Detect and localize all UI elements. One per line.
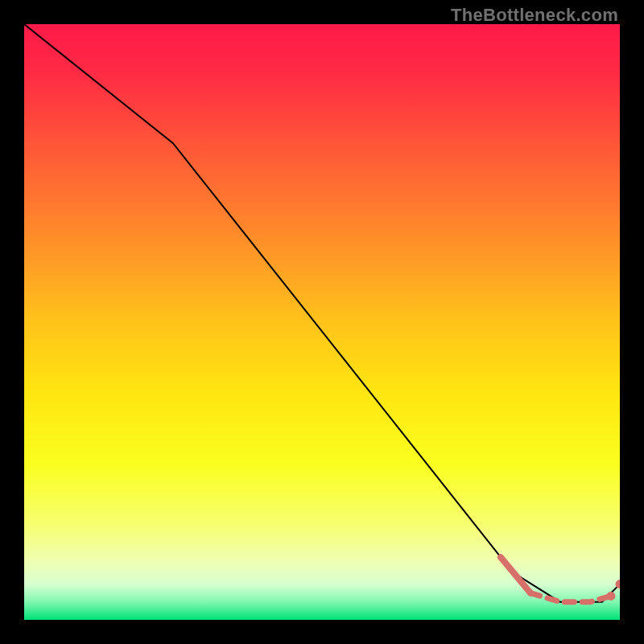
chart-stage: TheBottleneck.com [0,0,644,644]
attribution-label: TheBottleneck.com [451,5,618,26]
plot-area [24,24,620,620]
series-bottleneck-curve [24,24,620,602]
series-highlight-segment-dashed [530,593,611,602]
plot-overlay [24,24,620,620]
data-marker-0 [606,592,615,601]
series-highlight-segment-solid [501,557,530,592]
